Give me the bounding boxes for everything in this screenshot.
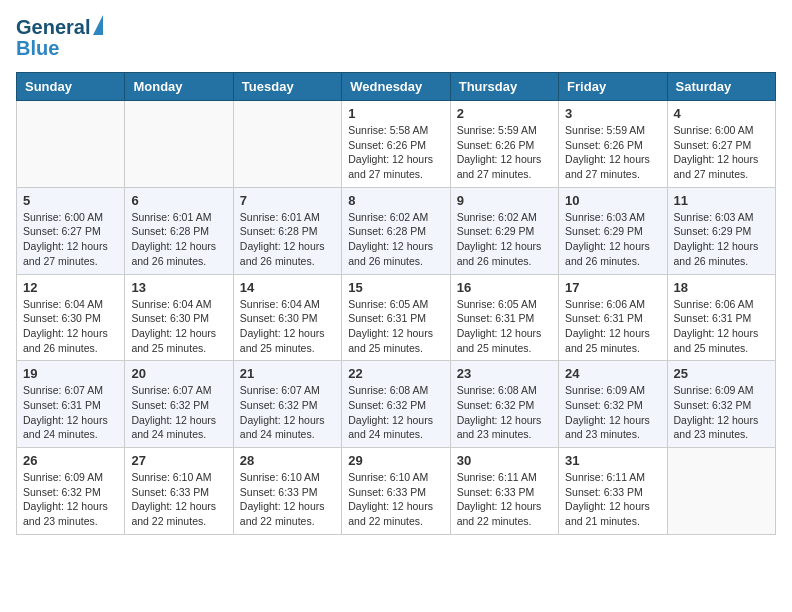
day-info: Sunrise: 6:06 AM Sunset: 6:31 PM Dayligh…	[565, 297, 660, 356]
calendar-cell: 20Sunrise: 6:07 AM Sunset: 6:32 PM Dayli…	[125, 361, 233, 448]
calendar-week-row: 19Sunrise: 6:07 AM Sunset: 6:31 PM Dayli…	[17, 361, 776, 448]
day-number: 1	[348, 106, 443, 121]
day-number: 27	[131, 453, 226, 468]
day-number: 23	[457, 366, 552, 381]
day-info: Sunrise: 6:01 AM Sunset: 6:28 PM Dayligh…	[240, 210, 335, 269]
day-info: Sunrise: 6:02 AM Sunset: 6:29 PM Dayligh…	[457, 210, 552, 269]
calendar-cell: 8Sunrise: 6:02 AM Sunset: 6:28 PM Daylig…	[342, 187, 450, 274]
day-number: 3	[565, 106, 660, 121]
day-info: Sunrise: 6:06 AM Sunset: 6:31 PM Dayligh…	[674, 297, 769, 356]
calendar-header-row: SundayMondayTuesdayWednesdayThursdayFrid…	[17, 73, 776, 101]
calendar-cell: 2Sunrise: 5:59 AM Sunset: 6:26 PM Daylig…	[450, 101, 558, 188]
day-number: 8	[348, 193, 443, 208]
weekday-header: Tuesday	[233, 73, 341, 101]
calendar-cell: 24Sunrise: 6:09 AM Sunset: 6:32 PM Dayli…	[559, 361, 667, 448]
day-info: Sunrise: 6:05 AM Sunset: 6:31 PM Dayligh…	[457, 297, 552, 356]
day-number: 24	[565, 366, 660, 381]
day-number: 17	[565, 280, 660, 295]
calendar-cell	[125, 101, 233, 188]
day-number: 22	[348, 366, 443, 381]
calendar-cell	[667, 448, 775, 535]
calendar-cell	[17, 101, 125, 188]
calendar-cell: 9Sunrise: 6:02 AM Sunset: 6:29 PM Daylig…	[450, 187, 558, 274]
page-header: General Blue	[16, 16, 776, 60]
calendar-cell: 4Sunrise: 6:00 AM Sunset: 6:27 PM Daylig…	[667, 101, 775, 188]
day-info: Sunrise: 6:00 AM Sunset: 6:27 PM Dayligh…	[23, 210, 118, 269]
calendar-cell: 1Sunrise: 5:58 AM Sunset: 6:26 PM Daylig…	[342, 101, 450, 188]
day-number: 18	[674, 280, 769, 295]
calendar-cell: 6Sunrise: 6:01 AM Sunset: 6:28 PM Daylig…	[125, 187, 233, 274]
day-info: Sunrise: 6:05 AM Sunset: 6:31 PM Dayligh…	[348, 297, 443, 356]
weekday-header: Sunday	[17, 73, 125, 101]
day-info: Sunrise: 6:03 AM Sunset: 6:29 PM Dayligh…	[565, 210, 660, 269]
day-number: 5	[23, 193, 118, 208]
calendar-body: 1Sunrise: 5:58 AM Sunset: 6:26 PM Daylig…	[17, 101, 776, 535]
day-number: 10	[565, 193, 660, 208]
calendar-cell: 7Sunrise: 6:01 AM Sunset: 6:28 PM Daylig…	[233, 187, 341, 274]
day-number: 13	[131, 280, 226, 295]
day-info: Sunrise: 6:09 AM Sunset: 6:32 PM Dayligh…	[23, 470, 118, 529]
calendar-week-row: 12Sunrise: 6:04 AM Sunset: 6:30 PM Dayli…	[17, 274, 776, 361]
calendar-cell: 12Sunrise: 6:04 AM Sunset: 6:30 PM Dayli…	[17, 274, 125, 361]
logo: General Blue	[16, 16, 103, 60]
calendar-cell: 15Sunrise: 6:05 AM Sunset: 6:31 PM Dayli…	[342, 274, 450, 361]
calendar-cell: 26Sunrise: 6:09 AM Sunset: 6:32 PM Dayli…	[17, 448, 125, 535]
day-info: Sunrise: 6:09 AM Sunset: 6:32 PM Dayligh…	[674, 383, 769, 442]
day-number: 6	[131, 193, 226, 208]
calendar-cell: 3Sunrise: 5:59 AM Sunset: 6:26 PM Daylig…	[559, 101, 667, 188]
day-info: Sunrise: 5:59 AM Sunset: 6:26 PM Dayligh…	[457, 123, 552, 182]
calendar-cell: 18Sunrise: 6:06 AM Sunset: 6:31 PM Dayli…	[667, 274, 775, 361]
calendar-cell: 22Sunrise: 6:08 AM Sunset: 6:32 PM Dayli…	[342, 361, 450, 448]
calendar-cell: 19Sunrise: 6:07 AM Sunset: 6:31 PM Dayli…	[17, 361, 125, 448]
day-number: 14	[240, 280, 335, 295]
day-number: 16	[457, 280, 552, 295]
day-info: Sunrise: 6:07 AM Sunset: 6:32 PM Dayligh…	[131, 383, 226, 442]
day-number: 30	[457, 453, 552, 468]
day-number: 20	[131, 366, 226, 381]
day-info: Sunrise: 6:00 AM Sunset: 6:27 PM Dayligh…	[674, 123, 769, 182]
calendar-table: SundayMondayTuesdayWednesdayThursdayFrid…	[16, 72, 776, 535]
day-number: 31	[565, 453, 660, 468]
calendar-week-row: 5Sunrise: 6:00 AM Sunset: 6:27 PM Daylig…	[17, 187, 776, 274]
day-info: Sunrise: 6:03 AM Sunset: 6:29 PM Dayligh…	[674, 210, 769, 269]
day-info: Sunrise: 6:07 AM Sunset: 6:31 PM Dayligh…	[23, 383, 118, 442]
calendar-cell: 16Sunrise: 6:05 AM Sunset: 6:31 PM Dayli…	[450, 274, 558, 361]
day-number: 11	[674, 193, 769, 208]
day-info: Sunrise: 6:10 AM Sunset: 6:33 PM Dayligh…	[348, 470, 443, 529]
logo-text: General Blue	[16, 16, 103, 60]
day-info: Sunrise: 6:04 AM Sunset: 6:30 PM Dayligh…	[131, 297, 226, 356]
day-info: Sunrise: 6:04 AM Sunset: 6:30 PM Dayligh…	[240, 297, 335, 356]
calendar-cell: 17Sunrise: 6:06 AM Sunset: 6:31 PM Dayli…	[559, 274, 667, 361]
calendar-cell: 11Sunrise: 6:03 AM Sunset: 6:29 PM Dayli…	[667, 187, 775, 274]
day-number: 12	[23, 280, 118, 295]
weekday-header: Saturday	[667, 73, 775, 101]
weekday-header: Friday	[559, 73, 667, 101]
calendar-cell: 31Sunrise: 6:11 AM Sunset: 6:33 PM Dayli…	[559, 448, 667, 535]
calendar-cell: 10Sunrise: 6:03 AM Sunset: 6:29 PM Dayli…	[559, 187, 667, 274]
day-number: 28	[240, 453, 335, 468]
day-info: Sunrise: 5:58 AM Sunset: 6:26 PM Dayligh…	[348, 123, 443, 182]
day-info: Sunrise: 6:01 AM Sunset: 6:28 PM Dayligh…	[131, 210, 226, 269]
calendar-cell: 23Sunrise: 6:08 AM Sunset: 6:32 PM Dayli…	[450, 361, 558, 448]
day-info: Sunrise: 6:08 AM Sunset: 6:32 PM Dayligh…	[457, 383, 552, 442]
logo-triangle-icon	[93, 15, 103, 35]
weekday-header: Monday	[125, 73, 233, 101]
day-number: 19	[23, 366, 118, 381]
day-number: 2	[457, 106, 552, 121]
calendar-cell: 5Sunrise: 6:00 AM Sunset: 6:27 PM Daylig…	[17, 187, 125, 274]
calendar-week-row: 26Sunrise: 6:09 AM Sunset: 6:32 PM Dayli…	[17, 448, 776, 535]
calendar-cell: 28Sunrise: 6:10 AM Sunset: 6:33 PM Dayli…	[233, 448, 341, 535]
calendar-cell: 25Sunrise: 6:09 AM Sunset: 6:32 PM Dayli…	[667, 361, 775, 448]
weekday-header: Thursday	[450, 73, 558, 101]
day-number: 26	[23, 453, 118, 468]
day-info: Sunrise: 6:11 AM Sunset: 6:33 PM Dayligh…	[565, 470, 660, 529]
calendar-cell: 30Sunrise: 6:11 AM Sunset: 6:33 PM Dayli…	[450, 448, 558, 535]
day-info: Sunrise: 6:02 AM Sunset: 6:28 PM Dayligh…	[348, 210, 443, 269]
day-number: 25	[674, 366, 769, 381]
day-number: 4	[674, 106, 769, 121]
day-number: 7	[240, 193, 335, 208]
calendar-cell: 13Sunrise: 6:04 AM Sunset: 6:30 PM Dayli…	[125, 274, 233, 361]
weekday-header: Wednesday	[342, 73, 450, 101]
day-info: Sunrise: 6:11 AM Sunset: 6:33 PM Dayligh…	[457, 470, 552, 529]
calendar-cell: 27Sunrise: 6:10 AM Sunset: 6:33 PM Dayli…	[125, 448, 233, 535]
